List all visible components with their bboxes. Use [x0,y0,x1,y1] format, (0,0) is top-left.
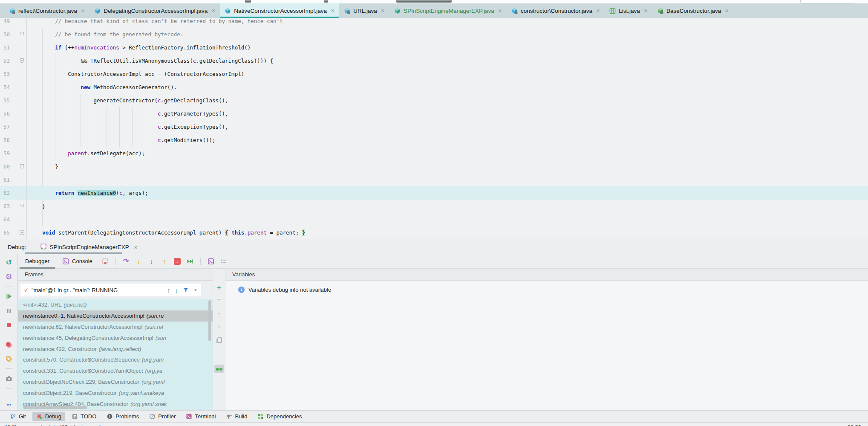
editor-tab-baseconstructor-java[interactable]: BaseConstructor.java✕ [652,3,734,18]
toolwindow-button-label: Profiler [158,413,176,420]
code-line-64[interactable]: 64 [0,213,868,226]
pause-icon[interactable] [3,306,14,316]
thread-up-icon[interactable]: ↑ [167,287,170,293]
copy-stack-icon[interactable] [216,337,222,344]
fold-marker-icon[interactable] [20,203,24,209]
drop-frame-icon[interactable]: ↓ [172,256,183,267]
code-line-53[interactable]: 53 ConstructorAccessorImpl acc = (Constr… [0,67,868,81]
stack-frame-row[interactable]: newInstance:45, DelegatingConstructorAcc… [18,332,213,343]
code-line-59[interactable]: 59 parent.setDelegate(acc); [0,147,868,160]
code-line-50[interactable]: 50 // be found from the generated byteco… [0,28,868,41]
settings-icon[interactable]: ⚙ [3,272,14,281]
thread-dump-icon[interactable] [3,374,14,383]
toolwindow-button-problems[interactable]: Problems [103,412,143,421]
down-arrow-button[interactable]: ↓ [214,321,224,330]
gutter-fold-column [17,54,26,67]
code-line-55[interactable]: 55 generateConstructor(c.getDeclaringCla… [0,94,868,107]
close-icon[interactable]: ✕ [134,245,138,250]
code-line-57[interactable]: 57 c.getExceptionTypes(), [0,120,868,133]
stack-frame-row[interactable]: construct:331, Constructor$ConstructYaml… [18,365,213,377]
open-console-icon[interactable] [205,256,216,267]
close-icon[interactable]: ✕ [725,9,729,13]
code-line-54[interactable]: 54 new MethodAccessorGenerator(). [0,81,868,94]
mute-breakpoints-icon[interactable] [3,354,14,364]
code-line-58[interactable]: 58 c.getModifiers()); [0,133,868,147]
stack-frame-row[interactable]: constructObjectNoCheck:229, BaseConstruc… [18,377,213,388]
view-breakpoints-icon[interactable] [3,340,14,350]
tab-debugger[interactable]: Debugger [20,254,55,269]
editor-tab-list-java[interactable]: List.java✕ [605,3,652,18]
editor-tab-constructor-constructor-java[interactable]: constructor\Constructor.java✕ [507,3,605,18]
tab-label: Console [72,258,92,264]
thread-down-icon[interactable]: ↓ [175,287,179,293]
editor-tab-spinscriptenginemanagerexp-java[interactable]: SPInScriptEngineManagerEXP.java✕ [389,3,507,18]
code-line-51[interactable]: 51 if (++numInvocations > ReflectionFact… [0,41,868,54]
code-line-63[interactable]: 63 } [0,200,868,213]
stack-frame-row[interactable]: newInstance0:-1, NativeConstructorAccess… [18,310,213,322]
fold-marker-icon[interactable] [20,164,24,169]
step-over-icon[interactable]: ↷ [121,256,132,267]
toolwindow-button-dependencies[interactable]: Dependencies [254,412,306,421]
close-icon[interactable]: ✕ [81,9,85,13]
force-step-into-icon[interactable]: ↓ [146,256,157,267]
fold-marker-icon[interactable] [20,58,24,64]
toolwindow-button-terminal[interactable]: Terminal [182,412,219,421]
close-icon[interactable]: ✕ [498,9,502,13]
stack-frame-row[interactable]: newInstance:62, NativeConstructorAccesso… [18,322,213,333]
run-to-cursor-icon[interactable] [185,256,196,267]
code-line-60[interactable]: 60 } [0,160,868,173]
editor-tab-url-java[interactable]: URL.java✕ [339,3,389,18]
close-icon[interactable]: ✕ [381,9,385,13]
close-icon[interactable]: ✕ [644,9,648,13]
up-arrow-icon[interactable]: ↑ [217,311,221,317]
code-line-65[interactable]: 65 void setParent(DelegatingConstructorA… [0,226,868,239]
code-line-49[interactable]: 49 // because that kind of class can't b… [0,18,868,28]
pin-tab-icon[interactable] [100,256,111,267]
thread-combo[interactable]: ✓ "main"@1 in gr..."main": RUNNING ↑↓ [20,284,201,296]
dropdown-caret-icon[interactable] [193,288,198,292]
stack-frame-row[interactable]: constructObject:219, BaseConstructor(org… [18,387,213,398]
fold-expand-icon[interactable] [20,230,24,235]
close-icon[interactable]: ✕ [331,9,335,13]
close-icon[interactable]: ✕ [596,9,600,13]
editor-tab-reflect-constructor-java[interactable]: reflect\Constructor.java✕ [4,3,89,18]
layout-icon[interactable] [218,256,229,267]
stop-icon[interactable] [3,320,14,330]
down-arrow-icon[interactable]: ↓ [217,322,221,329]
code-line-56[interactable]: 56 c.getParameterTypes(), [0,107,868,120]
toolwindow-button-profiler[interactable]: Profiler [145,412,179,421]
editor-tab-delegatingconstructoraccessorimpl-java[interactable]: DelegatingConstructorAccessorImpl.java✕ [89,3,220,18]
toolwindow-button-git[interactable]: Git [6,412,30,421]
frames-horizontal-scrollbar[interactable] [23,406,87,409]
filter-icon[interactable] [183,287,189,293]
rerun-icon[interactable]: ↺ [3,258,14,267]
more-icon[interactable]: ••• [3,400,14,410]
toolwindow-button-debug[interactable]: Debug [32,412,65,421]
hide-library-frames-icon[interactable] [216,365,223,373]
code-editor[interactable]: 49 // because that kind of class can't b… [0,18,868,240]
toolwindow-button-todo[interactable]: TODO [68,412,100,421]
step-into-icon[interactable]: ↓ [133,256,144,267]
add-icon[interactable]: + [216,284,221,292]
tab-console[interactable]: Console [57,254,98,269]
code-line-61[interactable]: 61 [0,173,868,186]
copy-stack-button[interactable] [214,336,224,345]
remove-button[interactable]: − [214,295,224,303]
editor-tab-nativeconstructoraccessorimpl-java[interactable]: NativeConstructorAccessorImpl.java✕ [220,3,339,18]
code-line-52[interactable]: 52 && !ReflectUtil.isVMAnonymousClass(c.… [0,54,868,67]
remove-icon[interactable]: − [216,295,221,303]
add-button[interactable]: + [214,283,224,292]
stack-frame-row[interactable]: <init>:432, URL(java.net) [18,299,213,310]
toolwindow-button-build[interactable]: Build [222,412,251,421]
up-arrow-button[interactable]: ↑ [214,310,224,318]
problems-icon [107,413,113,420]
resume-icon[interactable] [3,292,14,301]
stack-frame-row[interactable]: construct:570, Constructor$ConstructSequ… [18,354,213,365]
stack-frame-row[interactable]: newInstance:422, Constructor(java.lang.r… [18,343,213,354]
frames-vertical-scrollbar[interactable] [208,300,211,341]
fold-marker-icon[interactable] [20,32,24,37]
step-out-icon[interactable]: ↑ [159,256,170,267]
hide-library-frames-button[interactable] [214,365,224,373]
code-line-62[interactable]: 62 return newInstance0(c, args); [0,186,868,200]
close-icon[interactable]: ✕ [211,9,215,13]
